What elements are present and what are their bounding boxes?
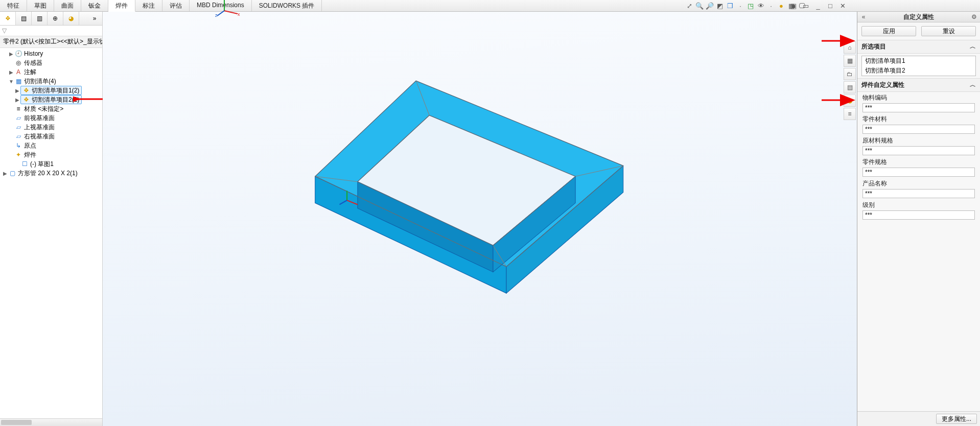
taskpane-file[interactable]: 🗀 [844,68,856,80]
chevr-icon: » [93,15,97,22]
fm-tab-expand[interactable]: » [87,12,102,25]
tree-label: 传感器 [24,59,42,67]
tree-label: 焊件 [24,151,36,159]
tree-cutlist[interactable]: ▼▦切割清单(4) [0,77,102,86]
tab-weldment[interactable]: 焊件 [108,0,135,12]
taskpane-view[interactable]: ▤ [844,81,856,93]
tree-label: 切割清单项目1(2) [32,86,79,95]
fm-tab-config[interactable]: ▥ [32,12,48,25]
tree-label: 上视基准面 [24,123,55,132]
gear-icon[interactable]: ⚙ [968,13,980,20]
grid-icon: ▤ [21,15,27,22]
tree-label: (-) 草图1 [30,160,54,169]
panel-title: 自定义属性 [870,13,968,21]
tree-origin[interactable]: ↳原点 [0,141,102,150]
taskpane-appear[interactable]: ◕ [844,94,856,107]
panel-header: « 自定义属性 ⚙ [857,12,980,22]
twisty-icon: ▶ [14,97,20,103]
fm-tab-dim[interactable]: ⊕ [48,12,63,25]
caret-icon: ︿ [970,42,976,51]
filter-row[interactable]: ▽ [0,26,102,36]
plane-icon: ▱ [14,123,22,131]
origin-icon: ↳ [14,141,22,150]
svg-line-8 [217,11,224,16]
tree-sketch1[interactable]: ☐(-) 草图1 [0,159,102,169]
fm-tab-prop[interactable]: ▤ [16,12,32,25]
svg-text:x: x [238,12,240,17]
tree-weldment[interactable]: ✦焊件 [0,150,102,159]
taskpane-custom[interactable]: ≡ [844,108,856,120]
twisty-icon: ▶ [14,88,20,93]
tree-label: 切割清单(4) [24,77,56,86]
twisty-icon: ▶ [8,51,14,57]
tree-sensor[interactable]: ◎传感器 [0,58,102,67]
tree-label: 方形管 20 X 20 X 2(1) [18,169,78,178]
tree-cutitem2-row[interactable]: ▶❖切割清单项目2(2) [0,95,102,104]
appear-icon: ◕ [68,15,74,22]
tab-feature[interactable]: 特征 [0,0,27,11]
sketch-icon: ☐ [20,160,29,168]
tree-label: 材质 <未指定> [24,105,63,113]
weldment-icon: ✦ [14,151,22,159]
config-icon: ▥ [37,15,42,22]
tab-surface[interactable]: 曲面 [54,0,81,11]
tree-front-plane[interactable]: ▱前视基准面 [0,113,102,123]
tree-hscrollbar[interactable] [0,418,102,426]
tree-cutitem1-row[interactable]: ▶❖切割清单项目1(2) [0,86,102,95]
cutlist-icon: ▦ [14,77,22,85]
svg-line-6 [224,11,238,14]
scroll-thumb[interactable] [1,420,32,425]
plane-icon: ▱ [14,132,22,140]
feature-tree: ▶🕘History ◎传感器 ▶A注解 ▼▦切割清单(4) ▶❖切割清单项目1(… [0,48,102,418]
feature-manager-panel: ❖ ▤ ▥ ⊕ ◕ » ▽ 零件2 (默认<按加工><<默认>_显示状 ▶🕘Hi… [0,12,103,426]
twisty-icon: ▼ [8,79,14,84]
tree-top-plane[interactable]: ▱上视基准面 [0,123,102,132]
part-header[interactable]: 零件2 (默认<按加工><<默认>_显示状 [0,36,102,48]
taskpane-home[interactable]: ⌂ [844,41,856,54]
funnel-icon: ▽ [2,27,7,34]
svg-text:z: z [215,13,218,18]
tab-sheetmetal[interactable]: 钣金 [81,0,108,11]
left-panel-tabs: ❖ ▤ ▥ ⊕ ◕ » [0,12,102,26]
collapse-icon[interactable]: « [857,13,870,20]
cutitem-icon: ❖ [22,86,30,94]
caret-icon: ︿ [970,81,976,89]
tree-history[interactable]: ▶🕘History [0,49,102,58]
taskpane-tabs: ⌂ ▦ 🗀 ▤ ◕ ≡ [844,41,856,120]
fm-tab-appear[interactable]: ◕ [63,12,79,25]
tree-label: History [24,50,43,57]
panel-footer: 更多属性... [857,411,980,426]
tab-annotate[interactable]: 标注 [135,0,162,11]
sensor-icon: ◎ [14,59,22,67]
twisty-icon: ▶ [8,69,14,75]
material-icon: ≡ [14,105,22,113]
graphics-viewport[interactable]: y x z ⌂ ▦ 🗀 ▤ ◕ ≡ [103,12,857,426]
tree-label: 前视基准面 [24,114,55,123]
tree-label: 右视基准面 [24,132,55,141]
tree-label: 切割清单项目2(2) [32,96,79,104]
taskpane-lib[interactable]: ▦ [844,55,856,67]
tree-annotation[interactable]: ▶A注解 [0,67,102,77]
tab-evaluate[interactable]: 评估 [162,0,190,11]
tree-tube[interactable]: ▶▢方形管 20 X 20 X 2(1) [0,169,102,178]
fm-tab-tree[interactable]: ❖ [0,12,16,25]
annotation-icon: A [14,68,22,76]
more-props-button[interactable]: 更多属性... [936,414,977,424]
tree-label: 原点 [24,141,36,150]
target-icon: ⊕ [53,15,58,22]
tree-right-plane[interactable]: ▱右视基准面 [0,132,102,141]
twisty-icon: ▶ [2,171,8,176]
history-icon: 🕘 [14,50,22,58]
plane-icon: ▱ [14,114,22,122]
tree-label: 注解 [24,68,36,77]
tree-icon: ❖ [5,15,11,22]
cutitem-icon: ❖ [22,96,30,104]
tab-sketch[interactable]: 草图 [27,0,54,11]
tube-icon: ▢ [8,169,16,177]
orientation-triad[interactable]: y x z [215,0,969,406]
tree-material[interactable]: ≡材质 <未指定> [0,104,102,113]
